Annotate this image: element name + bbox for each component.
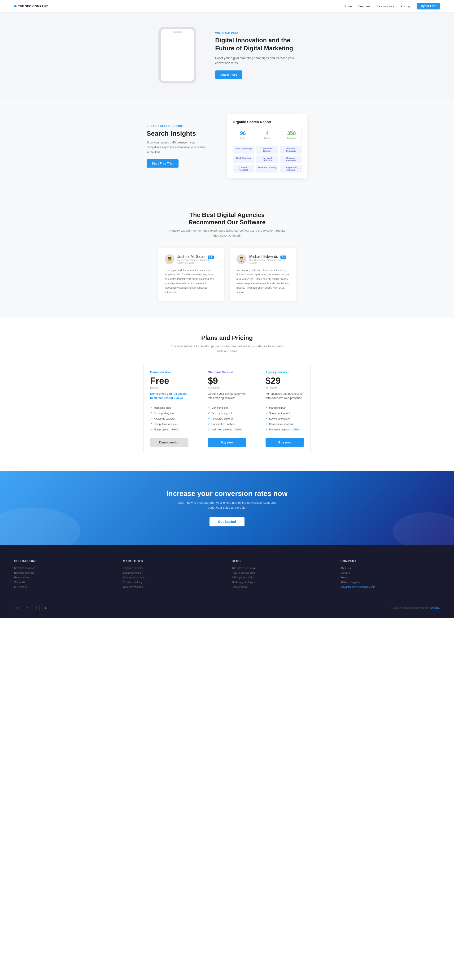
footer-link-seo-0[interactable]: Keyword research xyxy=(14,566,113,570)
footer-link-blog-2[interactable]: SEO tips and tricks xyxy=(232,576,331,579)
author-name-text-0: Joshua M. Salas xyxy=(177,255,205,259)
footer-link-tools-3[interactable]: Position tracking xyxy=(123,581,222,584)
social-twitter[interactable]: t xyxy=(33,605,40,611)
hero-content: UNLIMITED DATA Digital Innovation and th… xyxy=(215,32,296,78)
svg-point-9 xyxy=(300,171,301,172)
hero-title-line1: Digital Innovation and the xyxy=(215,37,290,44)
metric-backlinks: 358 Backlinks xyxy=(281,128,302,142)
agency-buy-now-button[interactable]: Buy now xyxy=(266,438,304,447)
footer-link-seo-2[interactable]: Rank tracking xyxy=(14,576,113,579)
footer-link-seo-1[interactable]: Backlink analysis xyxy=(14,571,113,574)
logo-dot xyxy=(14,5,16,7)
footer-link-seo-4[interactable]: SEO score xyxy=(14,585,113,588)
metric-score: 96 Score xyxy=(233,128,253,142)
footer-template-link[interactable]: Template xyxy=(430,606,439,609)
footer-link-tools-0[interactable]: Keyword explorer xyxy=(123,566,222,570)
footer-email-link[interactable]: contact@theseocompany.com xyxy=(341,585,440,588)
footer-link-tools-4[interactable]: Content research xyxy=(123,585,222,588)
nav-testimonials[interactable]: Testimonials xyxy=(377,5,394,8)
feature-agency-3: Competitive analysis xyxy=(266,421,304,426)
report-chips-grid: Web Monitoring Domain vs Domain Backlink… xyxy=(233,146,302,173)
search-insights-section: ORGANIC SEARCH REPORT Search Insights Gr… xyxy=(0,98,454,195)
search-desc: Grow your search traffic, research your … xyxy=(147,140,208,154)
footer-link-tools-2[interactable]: Domain vs domain xyxy=(123,576,222,579)
footer-col-seo-heading: SEO RANKING xyxy=(14,560,113,563)
footer-col-tools-heading: MAIN TOOLS xyxy=(123,560,222,563)
svg-point-15 xyxy=(306,174,306,175)
plan-features-demo: Marketing plan Seo reporting tool Keywor… xyxy=(150,405,188,432)
metric-issues-num: 4 xyxy=(260,130,274,137)
plan-price-demo: Free xyxy=(150,376,188,386)
svg-point-5 xyxy=(300,168,301,169)
svg-point-12 xyxy=(297,174,298,175)
footer-col-company: COMPANY About us Careers Press Affiliate… xyxy=(341,560,440,590)
demo-version-button[interactable]: Demo version xyxy=(150,438,188,447)
search-content: ORGANIC SEARCH REPORT Search Insights Gr… xyxy=(147,125,208,168)
logo-text: THE SEO COMPANY xyxy=(18,5,48,8)
report-card-title: Organic Search Report xyxy=(233,120,302,124)
testimonial-text-0: Lorem ipsum dolor sit amet, consectetur … xyxy=(164,268,218,294)
standard-buy-now-button[interactable]: Buy now xyxy=(208,438,246,447)
footer-link-blog-3[interactable]: Marketing strategies xyxy=(232,581,331,584)
plan-version-agency: Agency Version xyxy=(266,371,304,374)
footer-link-blog-4[interactable]: Case studies xyxy=(232,585,331,588)
footer-link-tools-1[interactable]: Backlink checker xyxy=(123,571,222,574)
nav-home[interactable]: Home xyxy=(344,5,352,8)
testimonials-section: The Best Digital AgenciesRecommend Our S… xyxy=(0,195,454,318)
author-info-1: Michael Edwards 5★ Seo Consultant, Autho… xyxy=(249,255,290,264)
feature-demo-2: Keywords explorer xyxy=(150,416,188,421)
feature-demo-1: Seo reporting tool xyxy=(150,410,188,416)
footer-grid: SEO RANKING Keyword research Backlink an… xyxy=(14,560,440,590)
search-badge: ORGANIC SEARCH REPORT xyxy=(147,125,208,127)
report-metrics: 96 Score 4 Issues 358 Backlinks xyxy=(233,128,302,142)
hero-learn-more-button[interactable]: Learn more xyxy=(215,70,242,79)
author-info-0: Joshua M. Salas 5★ Marketing Influencer,… xyxy=(177,255,218,264)
footer-link-company-0[interactable]: About us xyxy=(341,566,440,570)
search-title: Search Insights xyxy=(147,130,208,137)
start-free-trial-button[interactable]: Start Free Trial xyxy=(147,159,178,168)
nav-cta-button[interactable]: Try for Free xyxy=(417,3,440,10)
report-card: Organic Search Report 96 Score 4 Issues … xyxy=(227,114,307,178)
avatar-1: 👨‍💼 xyxy=(236,255,246,264)
pricing-title: Plans and Pricing xyxy=(14,334,440,342)
hero-title-bold: Future of Digital Marketing xyxy=(215,45,293,52)
author-role-0: Marketing Influencer, Author & Content C… xyxy=(177,259,218,264)
footer-col-seo: SEO RANKING Keyword research Backlink an… xyxy=(14,560,113,590)
logo: THE SEO COMPANY xyxy=(14,5,48,8)
svg-point-4 xyxy=(297,168,298,169)
footer-col-blog-heading: BLOG xyxy=(232,560,331,563)
social-facebook[interactable]: f xyxy=(14,605,21,611)
metric-backlinks-num: 358 xyxy=(284,130,299,137)
plan-desc-agency: For agencies and businesses with extensi… xyxy=(266,392,304,400)
chip-keyword-research: Keyword Research xyxy=(280,156,302,163)
footer-col-tools: MAIN TOOLS Keyword explorer Backlink che… xyxy=(123,560,222,590)
svg-point-3 xyxy=(306,165,306,166)
get-started-button[interactable]: Get Started xyxy=(210,517,244,527)
footer-bottom: f in t ▶ © 2024 All rights reserved. Mad… xyxy=(14,600,440,611)
hero-title: Digital Innovation and the Future of Dig… xyxy=(215,37,296,52)
plan-period-agency: per month xyxy=(266,387,304,389)
footer-link-company-1[interactable]: Careers xyxy=(341,571,440,574)
feature-demo-0: Marketing plan xyxy=(150,405,188,410)
author-badge-1: 5★ xyxy=(280,256,286,259)
metric-backlinks-label: Backlinks xyxy=(284,137,299,139)
svg-point-8 xyxy=(297,171,298,172)
footer-link-company-2[interactable]: Press xyxy=(341,576,440,579)
social-instagram[interactable]: in xyxy=(24,605,30,611)
feature-agency-4: Unlimited projects New! xyxy=(266,426,304,432)
social-youtube[interactable]: ▶ xyxy=(43,605,49,611)
footer-copyright: © 2024 All rights reserved. Made by Temp… xyxy=(391,606,440,609)
hero-phone-mockup xyxy=(158,27,196,83)
footer-link-blog-0[interactable]: The latest SEO news xyxy=(232,566,331,570)
plan-price-standard: $9 xyxy=(208,376,246,386)
nav-features[interactable]: Features xyxy=(358,5,370,8)
feature-agency-1: Seo reporting tool xyxy=(266,410,304,416)
testimonial-author-0: 👨 Joshua M. Salas 5★ Marketing Influence… xyxy=(164,255,218,264)
footer-link-blog-1[interactable]: How to use our tools xyxy=(232,571,331,574)
footer-affiliate-link[interactable]: Affiliate Program xyxy=(341,581,440,584)
chip-position-tracking: Position Tracking xyxy=(256,165,278,173)
avatar-0: 👨 xyxy=(164,255,175,264)
footer-link-seo-3[interactable]: Site audit xyxy=(14,581,113,584)
metric-score-num: 96 xyxy=(236,130,250,137)
nav-pricing[interactable]: Pricing xyxy=(401,5,410,8)
